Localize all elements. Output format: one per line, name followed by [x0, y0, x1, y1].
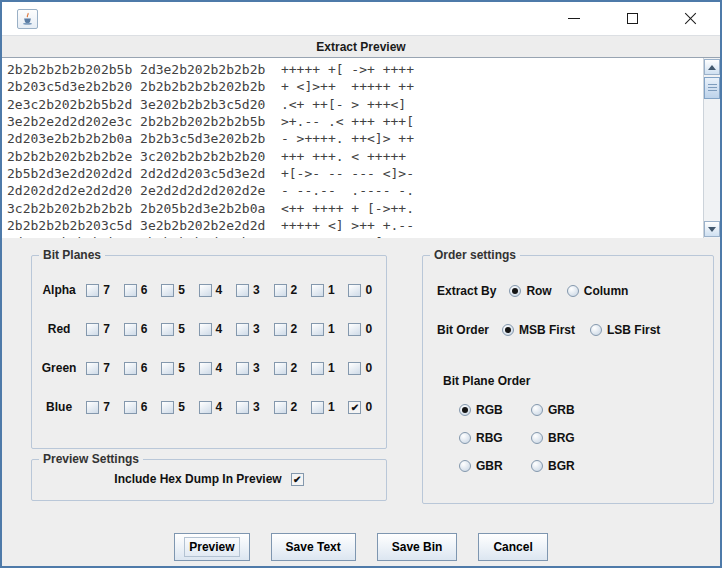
bit-digit: 2 — [291, 283, 298, 297]
save-bin-button[interactable]: Save Bin — [377, 533, 458, 561]
radio-bgr[interactable]: BGR — [531, 459, 603, 473]
checkbox-green-4[interactable] — [199, 362, 212, 375]
close-icon — [684, 12, 697, 25]
close-button[interactable] — [676, 5, 704, 33]
checkbox-red-2[interactable] — [274, 323, 287, 336]
checkbox-blue-2[interactable] — [274, 401, 287, 414]
radio-label: RGB — [476, 403, 503, 417]
checkbox-red-7[interactable] — [86, 323, 99, 336]
bit-digit: 6 — [141, 283, 148, 297]
checkbox-green-0[interactable] — [348, 362, 361, 375]
checkbox-red-1[interactable] — [311, 323, 324, 336]
checkbox-blue-1[interactable] — [311, 401, 324, 414]
hex-dump-line: 2b203c5d3e2b2b20 2b2b2b2b2b202b2b + <]>+… — [7, 78, 720, 95]
extract-preview-textarea[interactable]: 2b2b2b2b2b202b5b 2d3e2b202b2b2b2b +++++ … — [2, 57, 720, 239]
checkbox-alpha-0[interactable] — [348, 284, 361, 297]
checkbox-alpha-4[interactable] — [199, 284, 212, 297]
bit-cell: 2 — [274, 400, 311, 414]
save-text-button[interactable]: Save Text — [271, 533, 356, 561]
thumb-grip-icon — [708, 84, 717, 91]
titlebar[interactable] — [2, 2, 720, 35]
bit-cell: 3 — [236, 361, 273, 375]
scroll-down-button[interactable] — [704, 221, 720, 237]
radio-rgb[interactable]: RGB — [459, 403, 531, 417]
checkbox-green-1[interactable] — [311, 362, 324, 375]
bit-digit: 0 — [365, 283, 372, 297]
checkbox-green-7[interactable] — [86, 362, 99, 375]
maximize-button[interactable] — [618, 5, 646, 33]
settings-area: Bit Planes Alpha76543210Red76543210Green… — [2, 238, 720, 566]
radio-msb-first[interactable]: MSB First — [502, 323, 575, 337]
vertical-scrollbar[interactable] — [703, 58, 720, 238]
checkbox-green-2[interactable] — [274, 362, 287, 375]
bit-digit: 0 — [365, 400, 372, 414]
bit-cell: 5 — [161, 400, 198, 414]
bit-planes-title: Bit Planes — [39, 248, 105, 262]
radio-lsb-first[interactable]: LSB First — [590, 323, 660, 337]
checkbox-green-5[interactable] — [161, 362, 174, 375]
minimize-icon — [568, 18, 580, 19]
checkbox-alpha-5[interactable] — [161, 284, 174, 297]
checkbox-red-5[interactable] — [161, 323, 174, 336]
radio-circle-icon — [459, 460, 471, 472]
radio-brg[interactable]: BRG — [531, 431, 603, 445]
hex-dump-line: 3c2b2b202b2b2b2b 2b205b2d3e2b2b0a <++ ++… — [7, 200, 720, 217]
radio-label: Column — [584, 284, 629, 298]
hex-dump-line: 3e2b2e2d2d202e3c 2b2b2b202b2b2b5b >+.-- … — [7, 113, 720, 130]
preview-settings-group: Preview Settings Include Hex Dump In Pre… — [31, 459, 387, 501]
bit-cell: 1 — [311, 283, 348, 297]
checkbox-blue-0[interactable] — [348, 401, 361, 414]
bit-order-label: Bit Order — [437, 323, 489, 337]
bit-cell: 3 — [236, 400, 273, 414]
checkbox-green-3[interactable] — [236, 362, 249, 375]
hex-dump: 2b2b2b2b2b202b5b 2d3e2b202b2b2b2b +++++ … — [2, 58, 720, 239]
cancel-button[interactable]: Cancel — [478, 533, 547, 561]
checkbox-alpha-3[interactable] — [236, 284, 249, 297]
bit-digit: 5 — [178, 283, 185, 297]
checkbox-green-6[interactable] — [124, 362, 137, 375]
radio-row[interactable]: Row — [509, 284, 551, 298]
checkbox-blue-4[interactable] — [199, 401, 212, 414]
checkbox-alpha-1[interactable] — [311, 284, 324, 297]
checkbox-alpha-2[interactable] — [274, 284, 287, 297]
include-hex-checkbox[interactable] — [291, 473, 304, 486]
bit-planes-rows: Alpha76543210Red76543210Green76543210Blu… — [32, 256, 386, 417]
checkbox-blue-3[interactable] — [236, 401, 249, 414]
bit-cell: 6 — [124, 283, 161, 297]
radio-gbr[interactable]: GBR — [459, 459, 531, 473]
extract-preview-window: Extract Preview 2b2b2b2b2b202b5b 2d3e2b2… — [0, 0, 722, 568]
scroll-up-button[interactable] — [704, 59, 720, 75]
radio-circle-icon — [531, 460, 543, 472]
radio-circle-icon — [590, 324, 602, 336]
checkbox-red-0[interactable] — [348, 323, 361, 336]
checkbox-blue-5[interactable] — [161, 401, 174, 414]
bit-digit: 3 — [253, 400, 260, 414]
checkbox-red-6[interactable] — [124, 323, 137, 336]
bit-digit: 1 — [328, 322, 335, 336]
checkbox-alpha-6[interactable] — [124, 284, 137, 297]
button-label: Preview — [184, 537, 239, 557]
radio-rbg[interactable]: RBG — [459, 431, 531, 445]
scrollbar-thumb[interactable] — [704, 77, 720, 99]
radio-grb[interactable]: GRB — [531, 403, 603, 417]
checkbox-alpha-7[interactable] — [86, 284, 99, 297]
extract-by-label: Extract By — [437, 284, 496, 298]
bit-digit: 5 — [178, 322, 185, 336]
checkbox-red-4[interactable] — [199, 323, 212, 336]
minimize-button[interactable] — [560, 5, 588, 33]
bit-digit: 2 — [291, 361, 298, 375]
radio-circle-icon — [459, 432, 471, 444]
bit-cell: 2 — [274, 361, 311, 375]
checkbox-blue-7[interactable] — [86, 401, 99, 414]
checkbox-red-3[interactable] — [236, 323, 249, 336]
preview-button[interactable]: Preview — [174, 533, 249, 561]
checkbox-blue-6[interactable] — [124, 401, 137, 414]
bit-digit: 7 — [103, 400, 110, 414]
bit-cell: 6 — [124, 322, 161, 336]
radio-column[interactable]: Column — [567, 284, 629, 298]
radio-label: BGR — [548, 459, 575, 473]
bit-digit: 4 — [216, 361, 223, 375]
bit-cell: 6 — [124, 361, 161, 375]
hex-dump-line: 2b2b2b202b2b2b2e 3c202b2b2b2b2b20 +++ ++… — [7, 148, 720, 165]
bit-cell: 5 — [161, 283, 198, 297]
